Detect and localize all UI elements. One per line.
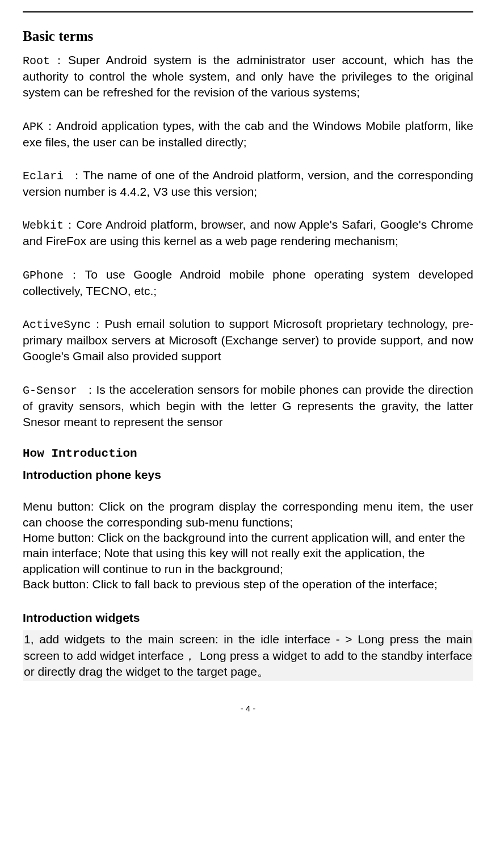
term-apk-label: APK：	[23, 120, 56, 133]
term-apk: APK：Android application types, with the …	[23, 118, 473, 150]
term-root-label: Root：	[23, 54, 68, 68]
term-gphone-label: GPhone：	[23, 269, 85, 282]
term-gphone-text: To use Google Android mobile phone opera…	[23, 268, 473, 297]
term-apk-text: Android application types, with the cab …	[23, 119, 473, 149]
term-webkit: Webkit：Core Android platform, browser, a…	[23, 217, 473, 249]
term-webkit-label: Webkit：	[23, 219, 76, 232]
term-eclari-text: The name of one of the Android platform,…	[23, 168, 473, 198]
phone-keys-paragraphs: Menu button: Click on the program displa…	[23, 499, 473, 592]
top-border-rule	[23, 11, 473, 12]
term-root: Root：Super Android system is the adminis…	[23, 52, 473, 101]
term-root-text: Super Android system is the administrato…	[23, 53, 473, 99]
term-gsensor: G-Sensor ：Is the acceleration sensors fo…	[23, 382, 473, 431]
term-activesync-label: ActiveSync：	[23, 318, 104, 331]
term-gphone: GPhone：To use Google Android mobile phon…	[23, 267, 473, 299]
subheading-widgets: Introduction widgets	[23, 611, 473, 625]
page-number: - 4 -	[23, 703, 473, 713]
para-back-button: Back button: Click to fall back to previ…	[23, 576, 473, 592]
term-eclari-label: Eclari ：	[23, 170, 83, 183]
term-activesync: ActiveSync：Push email solution to suppor…	[23, 316, 473, 365]
subheading-phone-keys: Introduction phone keys	[23, 468, 473, 482]
term-gsensor-label: G-Sensor ：	[23, 384, 96, 397]
section-how-introduction: How Introduction	[23, 447, 473, 460]
para-home-button: Home button: Click on the background int…	[23, 530, 473, 576]
term-eclari: Eclari ：The name of one of the Android p…	[23, 167, 473, 200]
para-menu-button: Menu button: Click on the program displa…	[23, 499, 473, 530]
term-webkit-text: Core Android platform, browser, and now …	[23, 218, 473, 247]
widgets-highlight: 1, add widgets to the main screen: in th…	[23, 630, 473, 681]
page-heading: Basic terms	[23, 28, 473, 44]
